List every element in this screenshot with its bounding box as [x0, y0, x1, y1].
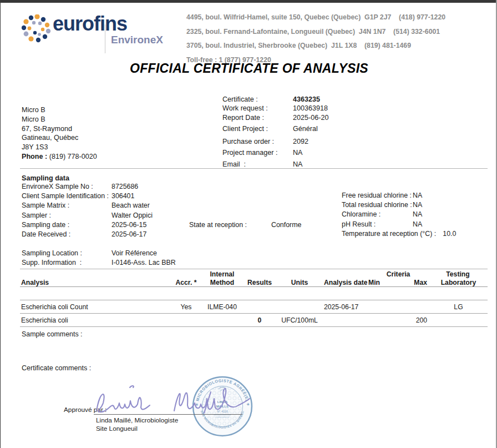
certificate-page: eurofins EnvironeX 4495, boul. Wilfrid-H… — [0, 0, 497, 448]
sampling-row: Date Received :2025-06-17 — [22, 230, 153, 240]
cert-info-row: Email :NA — [222, 160, 328, 169]
cell-analysis: Escherichia coli — [20, 314, 171, 327]
client-address-block: Micro B Micro B 67, St-Raymond Gatineau,… — [22, 105, 97, 162]
sampling-location-row: Sampling Location :Voir Référence — [22, 249, 176, 259]
sampling-left-column: EnvironeX Sample No :8725686 Client Samp… — [22, 183, 153, 240]
lab-address-line: 4495, boul. Wilfrid-Hamel, suite 150, Qu… — [186, 11, 445, 25]
cell-method: ILME-040 — [201, 300, 243, 314]
document-title: OFFICIAL CERTIFICATE OF ANALYSIS — [1, 61, 497, 76]
state-at-reception-value: Conforme — [271, 221, 301, 229]
client-line: 67, St-Raymond — [22, 124, 97, 134]
eurofins-logo-dots-icon — [22, 14, 52, 44]
col-header-analysis-date: Analysis date — [323, 278, 367, 287]
sampling-row: Chloramine :NA — [342, 210, 456, 220]
sampling-row: Sampler :Walter Oppici — [22, 212, 153, 221]
client-line: Micro B — [22, 105, 97, 115]
cell-accr — [171, 314, 201, 327]
client-phone: Phone : (819) 778-0020 — [22, 152, 97, 162]
col-header-units: Units — [276, 278, 323, 287]
lab-address-line: 2325, boul. Fernand-Lafontaine, Longueui… — [186, 25, 445, 39]
cell-results — [243, 300, 276, 314]
sampling-right-column: Free residual chlorine :NA Total residua… — [342, 192, 456, 239]
cell-max — [390, 300, 429, 314]
cert-info-row: Project manager :NA — [222, 148, 328, 157]
cell-units — [276, 300, 323, 314]
section-divider — [20, 168, 488, 169]
table-header-top-row: Internal Criteria Testing — [20, 270, 488, 278]
sampling-row: Sample Matrix :Beach water — [22, 202, 153, 211]
certificate-comments-label: Certificate comments : — [22, 364, 91, 372]
cell-min — [367, 314, 390, 327]
col-header-min: Min — [367, 278, 390, 287]
brand-divider — [105, 24, 105, 53]
lab-address-block: 4495, boul. Wilfrid-Hamel, suite 150, Qu… — [186, 11, 445, 67]
cell-analysis-date — [323, 314, 367, 327]
cert-info-row: Certificate :4363235 — [222, 95, 328, 104]
table-row: Escherichia coli Count Yes ILME-040 2025… — [20, 300, 488, 314]
sampling-row: pH Result :NA — [342, 220, 456, 230]
col-header-results: Results — [243, 278, 276, 287]
sampling-location-block: Sampling Location :Voir Référence Supp. … — [22, 249, 176, 268]
cert-info-row: Client Project :Général — [222, 124, 328, 133]
sampling-row: Sampling date :2025-06-15 — [22, 221, 153, 230]
cert-info-row: Purchase order :2092 — [222, 137, 328, 146]
cell-laboratory: LG — [429, 300, 488, 314]
cell-accr: Yes — [171, 300, 201, 314]
cell-laboratory — [429, 314, 488, 327]
certificate-info-block: Certificate :4363235 Work request :10036… — [222, 95, 328, 169]
col-header-accr: Accr. * — [171, 278, 201, 287]
table-spacer-row — [20, 287, 488, 300]
col-header-internal: Internal — [201, 270, 243, 278]
sample-comments-label: Sample comments : — [22, 330, 83, 338]
signer-name-title: Linda Maillé, Microbiologiste — [96, 416, 178, 424]
supp-information-row: Supp. Information :I-0146-Ass. Lac BBR — [22, 259, 176, 268]
cert-info-row: Work request :100363918 — [222, 104, 328, 113]
sampling-row: Client Sample Identification :306401 — [22, 192, 153, 202]
col-header-method: Method — [201, 278, 243, 287]
client-line: Micro B — [22, 115, 97, 124]
col-header-analysis: Analysis — [20, 278, 171, 287]
sampling-row: EnvironeX Sample No :8725686 — [22, 183, 153, 192]
col-header-criteria: Criteria — [367, 270, 429, 278]
cell-results: 0 — [243, 314, 276, 327]
cell-analysis-date: 2025-06-17 — [323, 300, 367, 314]
client-line: J8Y 1S3 — [22, 143, 97, 152]
page-top-border — [1, 0, 497, 3]
signer-site: Site Longueuil — [96, 425, 138, 432]
cell-max: 200 — [390, 314, 429, 327]
section-divider — [20, 269, 488, 269]
cell-analysis: Escherichia coli Count — [20, 300, 171, 314]
table-header-row: Analysis Accr. * Method Results Units An… — [20, 278, 488, 287]
cell-min — [367, 300, 390, 314]
client-line: Gatineau, Québec — [22, 133, 97, 143]
sampling-section-title: Sampling data — [22, 174, 69, 182]
cell-method — [201, 314, 243, 327]
col-header-max: Max — [390, 278, 429, 287]
sampling-row: Total residual chlorine :NA — [342, 201, 456, 210]
table-row: Escherichia coli 0 UFC/100mL 200 — [20, 314, 488, 327]
cert-info-row: Report Date :2025-06-20 — [222, 113, 328, 122]
lab-address-line: 3705, boul. Industriel, Sherbrooke (Queb… — [186, 39, 445, 53]
sampling-row: Free residual chlorine :NA — [342, 192, 456, 201]
sampling-row: Temperature at reception (°C) :10.0 — [342, 230, 456, 239]
cell-units: UFC/100mL — [276, 314, 323, 327]
sub-brand-wordmark: EnvironeX — [111, 34, 163, 46]
col-header-testing: Testing — [429, 270, 488, 278]
col-header-laboratory: Laboratory — [429, 278, 488, 287]
state-at-reception-label: State at reception : — [189, 221, 247, 229]
brand-wordmark: eurofins — [53, 12, 127, 36]
analysis-results-table: Internal Criteria Testing Analysis Accr.… — [20, 270, 488, 327]
